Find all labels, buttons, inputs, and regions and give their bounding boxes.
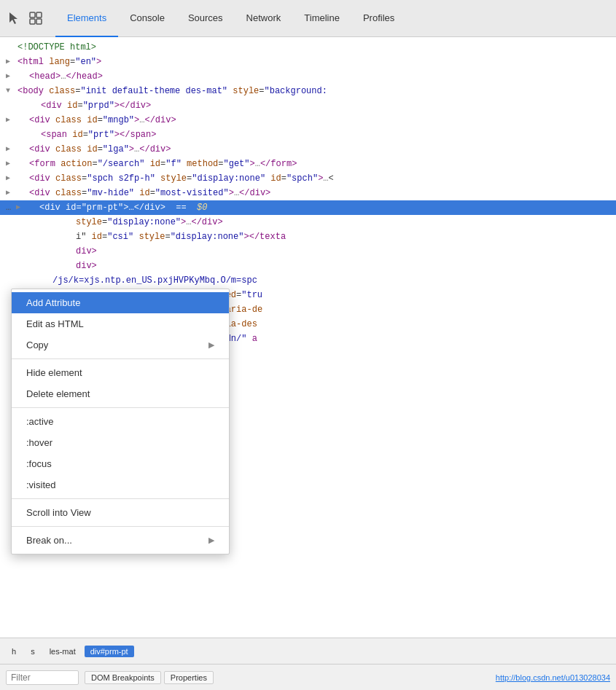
status-bar: DOM Breakpoints Properties http://blog.c… [0,664,616,690]
breadcrumb-h[interactable]: h [6,646,22,657]
menu-hide-element[interactable]: Hide element [12,362,229,383]
arrow-15 [6,245,16,258]
code-line-13[interactable]: style="display:none">…</div> [0,215,616,230]
svg-rect-0 [30,12,35,17]
menu-visited[interactable]: :visited [12,474,229,495]
filter-input[interactable] [6,670,79,685]
arrow-2: ▶ [6,55,16,68]
arrow-1 [6,41,16,54]
tab-bar: Elements Console Sources Network Timelin… [0,0,616,37]
toolbar-icons [6,10,44,26]
svg-rect-2 [30,19,35,24]
code-line-5[interactable]: <div id="prpd"></div> [0,98,616,113]
submenu-arrow-copy: ▶ [208,340,214,350]
arrow-12: ▶ [16,201,26,214]
element-picker-icon[interactable] [28,10,44,26]
code-line-8[interactable]: ▶ <div class id="lga">…</div> [0,142,616,157]
code-line-7[interactable]: <span id="prt"></span> [0,128,616,142]
arrow-9: ▶ [6,157,16,170]
menu-separator-4 [12,526,229,527]
arrow-4: ▼ [6,85,16,98]
menu-add-attribute[interactable]: Add Attribute [12,292,229,313]
breadcrumb-s[interactable]: s [25,646,41,657]
arrow-8: ▶ [6,143,16,156]
code-line-12[interactable]: … ▶ <div id="prm-pt">…</div> == $0 [0,200,616,215]
code-line-1[interactable]: <!DOCTYPE html> [0,40,616,55]
code-line-3[interactable]: ▶ <head>…</head> [0,69,616,84]
submenu-arrow-break: ▶ [208,536,214,545]
dom-breakpoints-button[interactable]: DOM Breakpoints [85,671,161,684]
menu-copy[interactable]: Copy ▶ [12,334,229,356]
code-line-11[interactable]: ▶ <div class="mv-hide" id="most-visited"… [0,186,616,200]
menu-separator-3 [12,498,229,499]
tab-console[interactable]: Console [118,0,176,37]
arrow-7 [6,128,16,141]
code-line-17[interactable]: /js/k=xjs.ntp.en_US.pxjHVPKyMbq.O/m=spc [0,273,616,288]
status-bar-left: DOM Breakpoints Properties [6,670,214,685]
context-menu: Add Attribute Edit as HTML Copy ▶ Hide e… [11,289,230,554]
code-line-10[interactable]: ▶ <div class="spch s2fp-h" style="displa… [0,171,616,186]
tab-profiles[interactable]: Profiles [351,0,406,37]
ellipsis-menu[interactable]: … [6,201,16,214]
arrow-11: ▶ [6,187,16,200]
code-line-14[interactable]: i" id="csi" style="display:none"></texta [0,230,616,244]
menu-hover[interactable]: :hover [12,432,229,453]
arrow-6: ▶ [6,114,16,127]
tab-sources[interactable]: Sources [176,0,235,37]
status-url[interactable]: http://blog.csdn.net/u013028034 [496,673,610,682]
arrow-16 [6,259,16,273]
svg-rect-3 [36,19,42,24]
tab-timeline[interactable]: Timeline [292,0,351,37]
menu-scroll-into-view[interactable]: Scroll into View [12,502,229,523]
arrow-17 [6,274,16,287]
arrow-13 [6,216,16,229]
tab-elements[interactable]: Elements [55,0,118,37]
menu-edit-as-html[interactable]: Edit as HTML [12,313,229,334]
arrow-5 [6,99,16,112]
tab-network[interactable]: Network [235,0,293,37]
cursor-icon[interactable] [6,10,22,26]
menu-separator-2 [12,407,229,408]
menu-separator-1 [12,358,229,359]
code-line-9[interactable]: ▶ <form action="/search" id="f" method="… [0,157,616,171]
breadcrumb-div-prm-pt[interactable]: div#prm-pt [85,646,134,657]
code-line-16[interactable]: div> [0,259,616,273]
arrow-10: ▶ [6,172,16,185]
arrow-3: ▶ [6,70,16,83]
code-line-6[interactable]: ▶ <div class id="mngb">…</div> [0,113,616,128]
menu-active[interactable]: :active [12,411,229,432]
arrow-14 [6,230,16,243]
code-line-2[interactable]: ▶ <html lang="en"> [0,55,616,69]
code-line-15[interactable]: div> [0,244,616,259]
code-line-4[interactable]: ▼ <body class="init default-theme des-ma… [0,84,616,98]
breadcrumb-les-mat[interactable]: les-mat [44,646,82,657]
menu-break-on[interactable]: Break on... ▶ [12,530,229,551]
properties-button[interactable]: Properties [164,671,214,684]
menu-focus[interactable]: :focus [12,453,229,474]
breadcrumb-bar: h s les-mat div#prm-pt [0,638,616,664]
svg-rect-1 [36,12,42,17]
main-content: <!DOCTYPE html> ▶ <html lang="en"> ▶ <he… [0,37,616,638]
status-buttons: DOM Breakpoints Properties [85,671,214,684]
menu-delete-element[interactable]: Delete element [12,383,229,404]
